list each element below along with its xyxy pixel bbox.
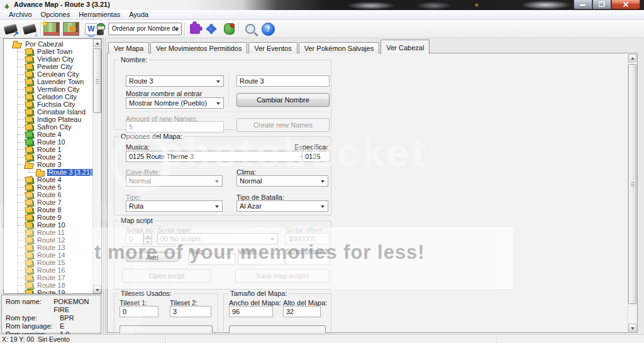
- insert-map-button[interactable]: [62, 21, 80, 37]
- minimize-button[interactable]: [574, 0, 592, 9]
- menu-item-ayuda[interactable]: Ayuda: [125, 11, 153, 18]
- script-no-stepper[interactable]: [143, 233, 152, 244]
- tree-item-viridian-city[interactable]: Viridian City: [4, 55, 92, 63]
- map-name-input[interactable]: Route 3: [236, 75, 330, 87]
- tree-item-cerulean-city[interactable]: Cerulean City: [4, 70, 92, 78]
- scroll-down-icon[interactable]: [93, 285, 101, 293]
- musica-dropdown[interactable]: 0125 Route Theme 3: [126, 151, 308, 162]
- panel-splitter[interactable]: [105, 38, 106, 333]
- new-map-icon: ★: [43, 22, 60, 36]
- close-button[interactable]: [611, 0, 640, 9]
- tree-item-route-17[interactable]: Route 17: [4, 274, 92, 281]
- tree-item-pallet-town[interactable]: Pallet Town: [4, 48, 92, 55]
- menu-item-opciones[interactable]: Opciones: [36, 11, 74, 18]
- map-yellow-icon: [25, 154, 34, 161]
- rom-info-row: Rom language:E: [6, 322, 101, 330]
- trainer-button[interactable]: [94, 21, 108, 37]
- tree-item-route-10[interactable]: Route 10: [4, 221, 92, 229]
- tree-item-cinnabar-island[interactable]: Cinnabar Island: [4, 108, 92, 116]
- tree-item-route-14[interactable]: Route 14: [4, 251, 92, 259]
- tipo-batalla-dropdown[interactable]: Al Azar: [236, 200, 328, 212]
- panel-splitter[interactable]: [103, 38, 104, 333]
- tree-item-route-11[interactable]: Route 11: [4, 229, 92, 236]
- clima-dropdown[interactable]: Normal: [236, 175, 328, 187]
- tree-item-route-3[interactable]: Route 3: [4, 161, 92, 168]
- script-no-input[interactable]: 0: [126, 233, 143, 244]
- script-offset-input[interactable]: $000000: [286, 233, 330, 244]
- help-button[interactable]: ?: [259, 21, 277, 37]
- tree-item-vermilion-city[interactable]: Vermilion City: [4, 85, 92, 93]
- scroll-up-icon[interactable]: [93, 39, 101, 47]
- tab-ver-mapa[interactable]: Ver Mapa: [108, 42, 149, 53]
- menu-item-herramientas[interactable]: Herramientas: [74, 11, 125, 18]
- tree-item-route-6[interactable]: Route 6: [4, 191, 92, 199]
- amount-names-input[interactable]: 5: [126, 121, 224, 133]
- tree-item-celadon-city[interactable]: Celadon City: [4, 93, 92, 101]
- show-name-dropdown[interactable]: Mostrar Nombre (Pueblo): [126, 97, 224, 109]
- tree-item-route-9[interactable]: Route 9: [4, 214, 92, 221]
- tree-item-route-10[interactable]: Route 10: [4, 138, 92, 146]
- header-tab-page: Nombre: Route 3 Mostrar nombre al entrar…: [107, 53, 638, 333]
- tree-item-route-5[interactable]: Route 5: [4, 183, 92, 191]
- scroll-down-icon[interactable]: [628, 324, 636, 332]
- tab-ver-movimientos-permitidos[interactable]: Ver Movimientos Permitidos: [150, 42, 247, 53]
- spin-down-icon[interactable]: [143, 239, 152, 244]
- map-name-dropdown[interactable]: Route 3: [126, 75, 224, 87]
- map-yellow-icon: [25, 199, 34, 206]
- scroll-up-icon[interactable]: [628, 54, 636, 62]
- tileset1-input[interactable]: 0: [119, 306, 158, 317]
- tree-item-pewter-city[interactable]: Pewter City: [4, 63, 92, 70]
- sort-dropdown[interactable]: Ordenar por Nombre de Map.: [108, 23, 182, 35]
- open-rom-button[interactable]: ↗: [2, 21, 19, 37]
- save-rom-button[interactable]: ↓: [21, 21, 38, 37]
- tree-item-route-15[interactable]: Route 15: [4, 259, 92, 266]
- change-name-button[interactable]: Cambiar Nombre: [236, 93, 330, 107]
- tree-item-route-8[interactable]: Route 8: [4, 206, 92, 214]
- menu-item-archivo[interactable]: Archivo: [4, 11, 36, 18]
- tree-scrollbar-thumb[interactable]: [93, 48, 101, 113]
- tree-item-route-18[interactable]: Route 18: [4, 281, 92, 289]
- map-yellow-icon: [25, 259, 34, 266]
- tree-item-route-13[interactable]: Route 13: [4, 244, 92, 251]
- tree-item-route-2[interactable]: Route 2: [4, 153, 92, 161]
- tilesets-button-partial[interactable]: [119, 325, 213, 333]
- tree-item-route-16[interactable]: Route 16: [4, 266, 92, 274]
- tree-item-safron-city[interactable]: Safron City: [4, 123, 92, 131]
- window-title: Advance Map - Route 3 (3.21): [14, 1, 110, 8]
- tree-item-route-4[interactable]: Route 4: [4, 131, 92, 138]
- content-scrollbar-thumb[interactable]: [628, 64, 636, 304]
- tree-item-por-cabezal[interactable]: Por Cabezal: [4, 40, 92, 48]
- tab-ver-pok-mon-salvajes[interactable]: Ver Pokémon Salvajes: [299, 42, 380, 53]
- add-script-button[interactable]: Add: [126, 253, 179, 262]
- flag-input[interactable]: [189, 254, 235, 265]
- tree-item-route-3-3-21[interactable]: Route 3 [3.21]: [4, 168, 92, 176]
- restore-button[interactable]: [592, 0, 611, 9]
- ancho-input[interactable]: 96: [229, 306, 273, 317]
- especificar-input[interactable]: 0125: [302, 151, 330, 162]
- spin-up-icon[interactable]: [143, 233, 152, 239]
- value-input[interactable]: [238, 254, 284, 265]
- map-yellow-icon: [25, 229, 34, 236]
- script-offset2-input[interactable]: [286, 254, 330, 265]
- tree-scrollbar[interactable]: [92, 39, 101, 293]
- tree-item-route-4[interactable]: Route 4: [4, 176, 92, 183]
- tree-item-route-19[interactable]: Route 19: [4, 289, 92, 293]
- alto-input[interactable]: 32: [283, 306, 321, 317]
- tab-ver-cabezal[interactable]: Ver Cabezal: [380, 40, 430, 54]
- tipo-dropdown[interactable]: Ruta: [126, 200, 223, 212]
- tree-item-indigo-plateau[interactable]: Indigo Plateau: [4, 116, 92, 123]
- plugin-button[interactable]: [186, 21, 204, 37]
- new-map-button[interactable]: ★: [42, 21, 61, 37]
- tab-ver-eventos[interactable]: Ver Eventos: [248, 42, 297, 53]
- tree-item-lavender-town[interactable]: Lavender Town: [4, 78, 92, 85]
- tree-item-route-12[interactable]: Route 12: [4, 236, 92, 244]
- tree-item-route-1[interactable]: Route 1: [4, 146, 92, 153]
- tree-item-fuchsia-city[interactable]: Fuchsia City: [4, 101, 92, 108]
- zoom-button[interactable]: [242, 21, 259, 37]
- tileset2-input[interactable]: 3: [170, 306, 211, 317]
- move-button[interactable]: [203, 21, 220, 37]
- tamano-button-partial[interactable]: [229, 325, 326, 333]
- content-scrollbar[interactable]: [628, 54, 636, 332]
- tree-item-route-7[interactable]: Route 7: [4, 199, 92, 206]
- world-map-button[interactable]: [220, 21, 238, 37]
